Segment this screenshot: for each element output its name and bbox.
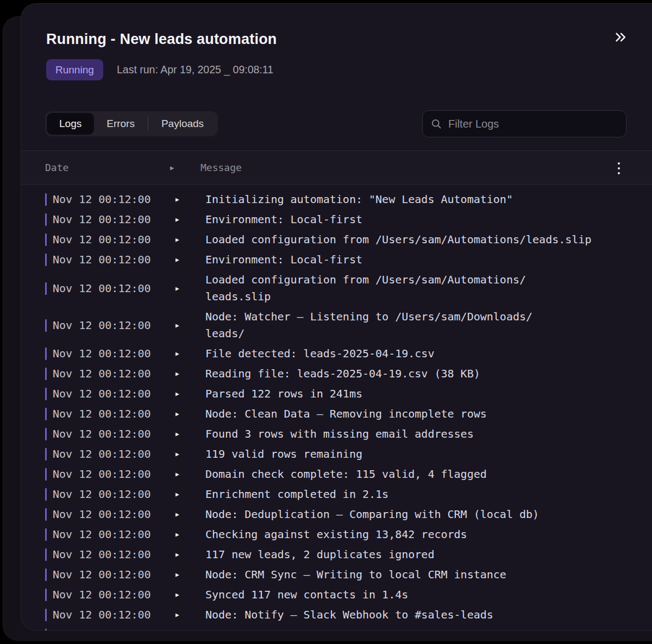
row-expand-icon[interactable]: ▶ <box>175 566 205 583</box>
row-expand-icon[interactable]: ▶ <box>175 191 205 208</box>
log-message: Node: Clean Data — Removing incomplete r… <box>205 406 652 422</box>
log-rows-list: Nov 12 00:12:00 ▶ Initializing automatio… <box>21 185 652 631</box>
log-row[interactable]: Nov 12 00:12:00 ▶ Initializing automatio… <box>21 190 652 210</box>
row-expand-icon[interactable]: ▶ <box>175 251 205 268</box>
log-row[interactable]: Nov 12 00:12:00 ▶ File detected: leads-2… <box>21 344 652 364</box>
last-run-timestamp: Last run: Apr 19, 2025 _ 09:08:11 <box>117 64 273 76</box>
log-message: Node: Deduplication — Comparing with CRM… <box>205 506 652 523</box>
row-expand-icon[interactable]: ▶ <box>175 426 205 443</box>
log-row[interactable]: Nov 12 00:12:00 ▶ Checking against exist… <box>21 525 652 545</box>
log-row[interactable]: Nov 12 00:12:00 ▶ 119 valid rows remaini… <box>21 444 652 464</box>
tab-logs[interactable]: Logs <box>47 113 94 135</box>
log-message: 117 new leads, 2 duplicates ignored <box>205 546 652 563</box>
log-message: Checking against existing 13,842 records <box>205 526 652 543</box>
log-level-bar <box>45 319 47 332</box>
log-row[interactable]: Nov 12 00:12:00 ▶ Loaded configuration f… <box>21 270 652 307</box>
tab-divider <box>148 117 148 131</box>
log-time: Nov 12 00:12:00 <box>53 345 175 362</box>
log-level-bar <box>45 213 47 226</box>
row-expand-icon[interactable]: ▶ <box>175 526 205 543</box>
log-level-bar <box>45 348 47 360</box>
row-expand-icon[interactable]: ▶ <box>175 386 205 402</box>
log-message: Parsed 122 rows in 241ms <box>205 386 652 402</box>
log-time: Nov 12 00:12:00 <box>53 506 175 523</box>
filter-logs-input[interactable] <box>448 118 618 130</box>
log-level-bar <box>45 254 47 266</box>
log-message: Node: CRM Sync — Writing to local CRM in… <box>205 566 652 583</box>
log-message: Initializing automation: "New Leads Auto… <box>205 191 652 208</box>
log-row[interactable]: Nov 12 00:12:00 ▶ Loaded configuration f… <box>21 230 652 250</box>
log-row[interactable]: Nov 12 00:12:00 ▶ Parsed 122 rows in 241… <box>21 384 652 404</box>
filter-logs-field <box>422 110 626 137</box>
log-row[interactable]: Nov 12 00:12:00 ▶ Node: Watcher — Listen… <box>21 307 652 344</box>
row-expand-icon[interactable]: ▶ <box>175 546 205 563</box>
row-expand-icon[interactable]: ▶ <box>175 446 205 463</box>
row-expand-icon[interactable]: ▶ <box>175 211 205 228</box>
log-row[interactable]: Nov 12 00:12:00 ▶ Synced 117 new contact… <box>21 585 652 605</box>
log-time: Nov 12 00:12:00 <box>53 446 175 463</box>
row-expand-icon[interactable]: ▶ <box>175 486 205 503</box>
search-icon <box>431 118 442 130</box>
log-row[interactable]: Nov 12 00:12:00 ▶ Node: Clean Data — Rem… <box>21 404 652 424</box>
log-row[interactable]: Nov 12 00:12:00 ▶ Enrichment completed i… <box>21 484 652 504</box>
log-level-bar <box>45 609 47 621</box>
log-level-bar <box>45 528 47 541</box>
table-options-button[interactable] <box>609 157 629 179</box>
row-expand-icon[interactable]: ▶ <box>175 345 205 362</box>
log-message: Reading file: leads-2025-04-19.csv (38 K… <box>205 365 652 382</box>
log-level-bar <box>45 488 47 501</box>
log-row[interactable]: Nov 12 00:12:00 ▶ Node: Deduplication — … <box>21 504 652 525</box>
log-message: Loaded configuration from /Users/sam/Aut… <box>205 272 652 305</box>
log-time: Nov 12 00:12:00 <box>53 627 175 631</box>
log-row[interactable]: Nov 12 00:12:00 ▶ Domain check complete:… <box>21 464 652 484</box>
row-expand-icon[interactable]: ▶ <box>175 280 205 297</box>
log-time: Nov 12 00:12:00 <box>53 211 175 228</box>
log-message: Synced 117 new contacts in 1.4s <box>205 586 652 603</box>
log-time: Nov 12 00:12:00 <box>53 546 175 563</box>
row-expand-icon[interactable]: ▶ <box>175 317 205 334</box>
log-message: Node: Notify — Slack Webhook to #sales-l… <box>205 607 652 623</box>
page-title: Running - New leads automation <box>46 31 277 48</box>
log-time: Nov 12 00:12:00 <box>53 486 175 503</box>
log-time: Nov 12 00:12:00 <box>53 191 175 208</box>
automation-detail-panel: Running - New leads automation Running L… <box>21 3 652 631</box>
log-level-bar <box>45 508 47 521</box>
log-row[interactable]: Nov 12 00:12:00 ▶ 117 new leads, 2 dupli… <box>21 545 652 565</box>
log-time: Nov 12 00:12:00 <box>53 231 175 248</box>
log-level-bar <box>45 589 47 601</box>
log-row[interactable]: Nov 12 00:12:00 ▶ Environment: Local-fir… <box>21 250 652 270</box>
log-row[interactable]: Nov 12 00:12:00 ▶ Node: Notify — Slack W… <box>21 605 652 625</box>
expander-column-icon: ▶ <box>170 164 200 172</box>
row-expand-icon[interactable]: ▶ <box>175 607 205 623</box>
row-expand-icon[interactable]: ▶ <box>175 365 205 382</box>
collapse-panel-button[interactable] <box>611 29 630 47</box>
log-message: Domain check complete: 115 valid, 4 flag… <box>205 466 652 483</box>
log-message: Environment: Local-first <box>205 211 652 228</box>
log-level-bar <box>45 468 47 481</box>
log-time: Nov 12 00:12:00 <box>53 586 175 603</box>
row-expand-icon[interactable]: ▶ <box>175 406 205 422</box>
row-expand-icon[interactable]: ▶ <box>175 231 205 248</box>
log-message: Node: Watcher — Listening to /Users/sam/… <box>205 308 652 342</box>
log-row[interactable]: Nov 12 00:12:00 ▶ Found 3 rows with miss… <box>21 424 652 444</box>
tab-payloads[interactable]: Payloads <box>149 113 216 135</box>
tab-errors[interactable]: Errors <box>94 113 147 135</box>
log-row[interactable]: Nov 12 00:12:00 ▶ Node: CRM Sync — Writi… <box>21 625 652 631</box>
log-time: Nov 12 00:12:00 <box>53 280 175 297</box>
log-time: Nov 12 00:12:00 <box>53 406 175 422</box>
row-expand-icon[interactable]: ▶ <box>175 466 205 483</box>
log-row[interactable]: Nov 12 00:12:00 ▶ Node: CRM Sync — Writi… <box>21 565 652 585</box>
row-expand-icon[interactable]: ▶ <box>175 627 205 631</box>
log-row[interactable]: Nov 12 00:12:00 ▶ Environment: Local-fir… <box>21 210 652 230</box>
log-row[interactable]: Nov 12 00:12:00 ▶ Reading file: leads-20… <box>21 364 652 384</box>
row-expand-icon[interactable]: ▶ <box>175 506 205 523</box>
log-level-bar <box>45 629 47 631</box>
log-level-bar <box>45 548 47 561</box>
row-expand-icon[interactable]: ▶ <box>175 586 205 603</box>
log-message: Loaded configuration from /Users/sam/Aut… <box>205 231 652 248</box>
log-time: Nov 12 00:12:00 <box>53 251 175 268</box>
log-message: Node: CRM Sync — Writing to local CRM in… <box>205 627 652 631</box>
chevron-double-right-icon <box>613 30 628 46</box>
log-level-bar <box>45 282 47 295</box>
log-level-bar <box>45 569 47 581</box>
